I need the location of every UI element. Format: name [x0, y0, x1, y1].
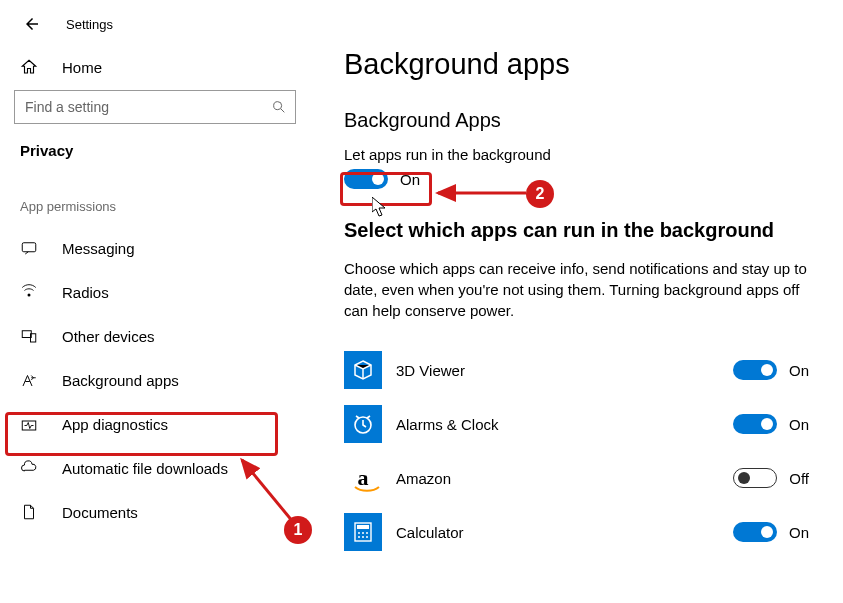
- section-description: Choose which apps can receive info, send…: [344, 258, 809, 321]
- app-name: Amazon: [396, 470, 733, 487]
- app-icon-calculator: [344, 513, 382, 551]
- document-icon: [20, 503, 40, 521]
- app-toggle[interactable]: [733, 522, 777, 542]
- svg-line-1: [281, 109, 284, 112]
- svg-point-0: [274, 102, 282, 110]
- svg-point-12: [366, 532, 368, 534]
- section-title-select-apps: Select which apps can run in the backgro…: [344, 219, 809, 242]
- app-toggle-state: Off: [789, 470, 809, 487]
- sidebar-item-label: Radios: [62, 284, 109, 301]
- sidebar-item-other-devices[interactable]: Other devices: [0, 314, 310, 358]
- app-name: 3D Viewer: [396, 362, 733, 379]
- sidebar-item-label: Automatic file downloads: [62, 460, 228, 477]
- sidebar: Settings Home Privacy App permissions Me…: [0, 0, 310, 603]
- sidebar-item-documents[interactable]: Documents: [0, 490, 310, 534]
- home-label: Home: [62, 59, 102, 76]
- radios-icon: [20, 283, 40, 301]
- svg-rect-4: [22, 331, 31, 338]
- sidebar-subsection: App permissions: [0, 193, 310, 226]
- svg-rect-9: [357, 525, 369, 529]
- app-toggle[interactable]: [733, 414, 777, 434]
- app-name: Alarms & Clock: [396, 416, 733, 433]
- cloud-download-icon: [20, 459, 40, 477]
- svg-point-13: [358, 536, 360, 538]
- app-row: a Amazon Off: [344, 451, 809, 505]
- sidebar-item-radios[interactable]: Radios: [0, 270, 310, 314]
- sidebar-item-label: Messaging: [62, 240, 135, 257]
- section-title-background-apps: Background Apps: [344, 109, 809, 132]
- sidebar-item-label: App diagnostics: [62, 416, 168, 433]
- devices-icon: [20, 327, 40, 345]
- sidebar-item-app-diagnostics[interactable]: App diagnostics: [0, 402, 310, 446]
- header-row: Settings: [0, 12, 310, 50]
- master-toggle[interactable]: [344, 169, 388, 189]
- messaging-icon: [20, 239, 40, 257]
- app-icon-amazon: a: [344, 459, 382, 497]
- master-toggle-state: On: [400, 171, 420, 188]
- app-icon-alarms: [344, 405, 382, 443]
- sidebar-section-privacy: Privacy: [0, 136, 310, 165]
- search-input[interactable]: [25, 99, 271, 115]
- home-icon: [20, 58, 40, 76]
- search-box[interactable]: [14, 90, 296, 124]
- back-button[interactable]: [20, 12, 44, 36]
- app-row: Calculator On: [344, 505, 809, 559]
- main-content: Background apps Background Apps Let apps…: [310, 0, 843, 603]
- svg-point-3: [28, 294, 31, 297]
- page-title: Background apps: [344, 48, 809, 81]
- app-toggle-state: On: [789, 362, 809, 379]
- app-icon-3d-viewer: [344, 351, 382, 389]
- sidebar-item-auto-downloads[interactable]: Automatic file downloads: [0, 446, 310, 490]
- app-name: Calculator: [396, 524, 733, 541]
- app-toggle[interactable]: [733, 468, 777, 488]
- svg-point-14: [362, 536, 364, 538]
- master-toggle-label: Let apps run in the background: [344, 146, 809, 163]
- svg-point-10: [358, 532, 360, 534]
- sidebar-item-messaging[interactable]: Messaging: [0, 226, 310, 270]
- master-toggle-row: On: [344, 169, 809, 189]
- app-title: Settings: [66, 17, 113, 32]
- search-icon: [271, 99, 287, 115]
- app-row: Alarms & Clock On: [344, 397, 809, 451]
- svg-point-15: [366, 536, 368, 538]
- background-apps-icon: [20, 371, 40, 389]
- home-nav[interactable]: Home: [0, 50, 310, 84]
- app-row: 3D Viewer On: [344, 343, 809, 397]
- sidebar-item-label: Background apps: [62, 372, 179, 389]
- svg-rect-2: [22, 243, 36, 252]
- app-toggle[interactable]: [733, 360, 777, 380]
- arrow-left-icon: [23, 15, 41, 33]
- app-toggle-state: On: [789, 416, 809, 433]
- sidebar-item-background-apps[interactable]: Background apps: [0, 358, 310, 402]
- svg-point-11: [362, 532, 364, 534]
- diagnostics-icon: [20, 415, 40, 433]
- sidebar-item-label: Other devices: [62, 328, 155, 345]
- sidebar-item-label: Documents: [62, 504, 138, 521]
- app-toggle-state: On: [789, 524, 809, 541]
